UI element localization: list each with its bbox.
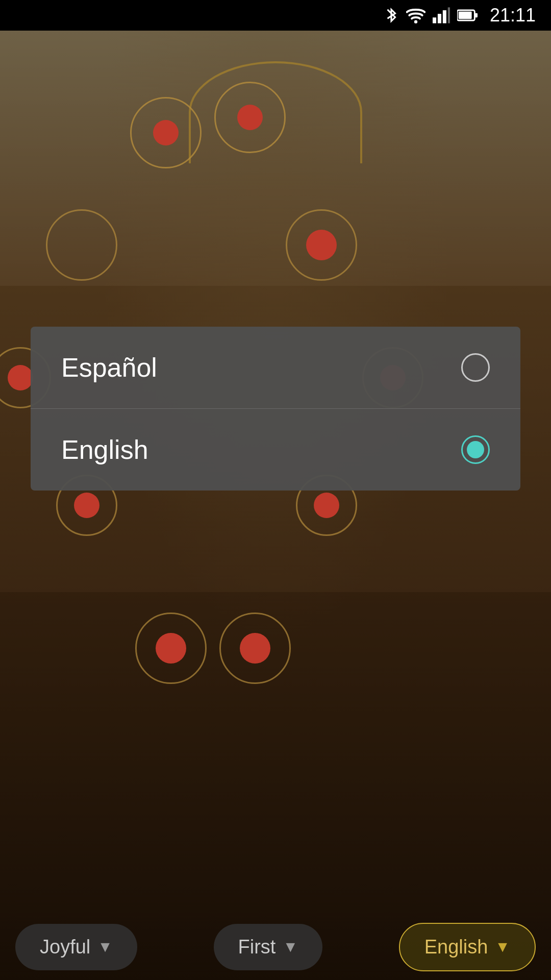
first-label: First [238, 936, 276, 958]
status-time: 21:11 [490, 5, 536, 26]
circle-marker-1 [130, 97, 202, 168]
battery-icon [457, 8, 478, 23]
circle-marker-9 [135, 612, 207, 684]
background-container: Español English [0, 31, 551, 980]
signal-icon [433, 7, 450, 23]
english-label: English [61, 434, 148, 465]
svg-rect-6 [474, 13, 478, 18]
english-chevron-icon: ▼ [495, 938, 510, 955]
language-dialog: Español English [31, 327, 520, 491]
espanol-radio[interactable] [461, 353, 490, 382]
circle-marker-4 [286, 209, 357, 281]
circle-marker-2 [214, 82, 286, 153]
english-radio[interactable] [461, 435, 490, 464]
english-option[interactable]: English [31, 408, 520, 491]
english-button[interactable]: English ▼ [399, 923, 536, 971]
circle-marker-10 [219, 612, 291, 684]
svg-rect-7 [459, 12, 472, 19]
svg-rect-3 [443, 10, 446, 23]
bluetooth-icon [384, 6, 399, 25]
svg-rect-2 [438, 14, 441, 23]
status-icons: 21:11 [384, 5, 536, 26]
svg-rect-4 [448, 7, 450, 23]
svg-rect-1 [433, 17, 436, 23]
first-chevron-icon: ▼ [283, 938, 298, 955]
joyful-chevron-icon: ▼ [97, 938, 113, 955]
radio-selected-dot [467, 441, 484, 458]
wifi-icon [406, 7, 425, 23]
circle-marker-3 [46, 209, 117, 281]
english-bottom-label: English [424, 936, 488, 958]
joyful-button[interactable]: Joyful ▼ [15, 924, 137, 970]
svg-point-0 [414, 20, 417, 23]
espanol-option[interactable]: Español [31, 327, 520, 408]
joyful-label: Joyful [40, 936, 90, 958]
status-bar: 21:11 [0, 0, 551, 31]
bottom-toolbar: Joyful ▼ First ▼ English ▼ [0, 914, 551, 980]
first-button[interactable]: First ▼ [214, 924, 323, 970]
espanol-label: Español [61, 352, 157, 383]
